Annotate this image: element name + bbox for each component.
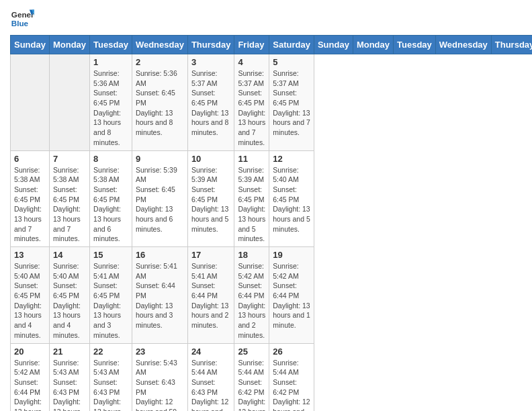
calendar-cell: 14Sunrise: 5:40 AMSunset: 6:45 PMDayligh… bbox=[49, 247, 89, 344]
calendar-week-row: 6Sunrise: 5:38 AMSunset: 6:45 PMDaylight… bbox=[11, 150, 533, 247]
header-friday: Friday bbox=[234, 36, 269, 54]
calendar-cell: 24Sunrise: 5:44 AMSunset: 6:43 PMDayligh… bbox=[187, 343, 234, 411]
calendar-week-row: 20Sunrise: 5:42 AMSunset: 6:44 PMDayligh… bbox=[11, 343, 533, 411]
day-number: 3 bbox=[191, 57, 231, 67]
day-info: Sunrise: 5:39 AMSunset: 6:45 PMDaylight:… bbox=[136, 165, 184, 234]
day-number: 21 bbox=[53, 347, 86, 357]
day-number: 19 bbox=[273, 250, 310, 260]
day-info: Sunrise: 5:36 AMSunset: 6:45 PMDaylight:… bbox=[93, 68, 128, 148]
day-number: 22 bbox=[93, 347, 128, 357]
calendar-cell: 23Sunrise: 5:43 AMSunset: 6:43 PMDayligh… bbox=[132, 343, 187, 411]
calendar-cell: 25Sunrise: 5:44 AMSunset: 6:42 PMDayligh… bbox=[234, 343, 269, 411]
calendar-cell: 21Sunrise: 5:43 AMSunset: 6:43 PMDayligh… bbox=[49, 343, 89, 411]
calendar-cell: 22Sunrise: 5:43 AMSunset: 6:43 PMDayligh… bbox=[90, 343, 132, 411]
day-number: 20 bbox=[14, 347, 46, 357]
day-number: 10 bbox=[191, 154, 231, 164]
calendar-cell: 19Sunrise: 5:42 AMSunset: 6:44 PMDayligh… bbox=[269, 247, 314, 344]
calendar-cell: 5Sunrise: 5:37 AMSunset: 6:45 PMDaylight… bbox=[269, 54, 314, 151]
day-info: Sunrise: 5:43 AMSunset: 6:43 PMDaylight:… bbox=[136, 358, 184, 412]
calendar-cell: 16Sunrise: 5:41 AMSunset: 6:44 PMDayligh… bbox=[132, 247, 187, 344]
day-number: 23 bbox=[136, 347, 184, 357]
day-info: Sunrise: 5:41 AMSunset: 6:44 PMDaylight:… bbox=[191, 261, 231, 330]
header-tuesday: Tuesday bbox=[90, 36, 132, 54]
day-info: Sunrise: 5:39 AMSunset: 6:45 PMDaylight:… bbox=[191, 165, 231, 234]
day-info: Sunrise: 5:40 AMSunset: 6:45 PMDaylight:… bbox=[14, 261, 46, 340]
day-number: 16 bbox=[136, 250, 184, 260]
day-info: Sunrise: 5:37 AMSunset: 6:45 PMDaylight:… bbox=[191, 68, 231, 138]
day-number: 6 bbox=[14, 154, 46, 164]
day-number: 4 bbox=[238, 57, 265, 67]
header-wednesday: Wednesday bbox=[132, 36, 187, 54]
day-info: Sunrise: 5:36 AMSunset: 6:45 PMDaylight:… bbox=[136, 68, 184, 138]
day-number: 17 bbox=[191, 250, 231, 260]
calendar-week-row: 1Sunrise: 5:36 AMSunset: 6:45 PMDaylight… bbox=[11, 54, 533, 151]
day-number: 11 bbox=[238, 154, 265, 164]
day-info: Sunrise: 5:38 AMSunset: 6:45 PMDaylight:… bbox=[53, 165, 86, 244]
header-thursday: Thursday bbox=[491, 36, 532, 54]
calendar-cell: 11Sunrise: 5:39 AMSunset: 6:45 PMDayligh… bbox=[234, 150, 269, 247]
calendar-cell: 2Sunrise: 5:36 AMSunset: 6:45 PMDaylight… bbox=[132, 54, 187, 151]
calendar-cell: 20Sunrise: 5:42 AMSunset: 6:44 PMDayligh… bbox=[11, 343, 50, 411]
calendar-cell: 18Sunrise: 5:42 AMSunset: 6:44 PMDayligh… bbox=[234, 247, 269, 344]
day-info: Sunrise: 5:38 AMSunset: 6:45 PMDaylight:… bbox=[14, 165, 46, 244]
day-number: 24 bbox=[191, 347, 231, 357]
header-sunday: Sunday bbox=[314, 36, 353, 54]
day-info: Sunrise: 5:40 AMSunset: 6:45 PMDaylight:… bbox=[273, 165, 310, 234]
svg-text:Blue: Blue bbox=[11, 19, 29, 28]
day-info: Sunrise: 5:40 AMSunset: 6:45 PMDaylight:… bbox=[53, 261, 86, 340]
day-number: 5 bbox=[273, 57, 310, 67]
day-info: Sunrise: 5:41 AMSunset: 6:45 PMDaylight:… bbox=[93, 261, 128, 340]
header-saturday: Saturday bbox=[269, 36, 314, 54]
calendar-cell: 6Sunrise: 5:38 AMSunset: 6:45 PMDaylight… bbox=[11, 150, 50, 247]
calendar-week-row: 13Sunrise: 5:40 AMSunset: 6:45 PMDayligh… bbox=[11, 247, 533, 344]
calendar-cell: 13Sunrise: 5:40 AMSunset: 6:45 PMDayligh… bbox=[11, 247, 50, 344]
day-info: Sunrise: 5:42 AMSunset: 6:44 PMDaylight:… bbox=[238, 261, 265, 340]
calendar-header-row: SundayMondayTuesdayWednesdayThursdayFrid… bbox=[11, 36, 533, 54]
calendar-cell: 4Sunrise: 5:37 AMSunset: 6:45 PMDaylight… bbox=[234, 54, 269, 151]
calendar-cell: 10Sunrise: 5:39 AMSunset: 6:45 PMDayligh… bbox=[187, 150, 234, 247]
day-info: Sunrise: 5:37 AMSunset: 6:45 PMDaylight:… bbox=[238, 68, 265, 148]
day-info: Sunrise: 5:38 AMSunset: 6:45 PMDaylight:… bbox=[93, 165, 128, 244]
day-number: 25 bbox=[238, 347, 265, 357]
header-monday: Monday bbox=[49, 36, 89, 54]
page-header: General Blue bbox=[10, 7, 522, 31]
calendar-cell: 1Sunrise: 5:36 AMSunset: 6:45 PMDaylight… bbox=[90, 54, 132, 151]
calendar-cell: 7Sunrise: 5:38 AMSunset: 6:45 PMDaylight… bbox=[49, 150, 89, 247]
day-number: 7 bbox=[53, 154, 86, 164]
day-info: Sunrise: 5:44 AMSunset: 6:43 PMDaylight:… bbox=[191, 358, 231, 412]
calendar-cell: 3Sunrise: 5:37 AMSunset: 6:45 PMDaylight… bbox=[187, 54, 234, 151]
calendar-table: SundayMondayTuesdayWednesdayThursdayFrid… bbox=[10, 35, 532, 411]
calendar-cell: 12Sunrise: 5:40 AMSunset: 6:45 PMDayligh… bbox=[269, 150, 314, 247]
day-number: 12 bbox=[273, 154, 310, 164]
day-info: Sunrise: 5:39 AMSunset: 6:45 PMDaylight:… bbox=[238, 165, 265, 244]
header-tuesday: Tuesday bbox=[394, 36, 436, 54]
day-info: Sunrise: 5:42 AMSunset: 6:44 PMDaylight:… bbox=[273, 261, 310, 330]
header-thursday: Thursday bbox=[187, 36, 234, 54]
logo: General Blue bbox=[10, 7, 34, 31]
calendar-cell: 26Sunrise: 5:44 AMSunset: 6:42 PMDayligh… bbox=[269, 343, 314, 411]
calendar-cell: 9Sunrise: 5:39 AMSunset: 6:45 PMDaylight… bbox=[132, 150, 187, 247]
day-number: 1 bbox=[93, 57, 128, 67]
day-number: 14 bbox=[53, 250, 86, 260]
calendar-cell: 15Sunrise: 5:41 AMSunset: 6:45 PMDayligh… bbox=[90, 247, 132, 344]
day-number: 15 bbox=[93, 250, 128, 260]
day-number: 18 bbox=[238, 250, 265, 260]
day-info: Sunrise: 5:41 AMSunset: 6:44 PMDaylight:… bbox=[136, 261, 184, 330]
day-number: 8 bbox=[93, 154, 128, 164]
logo-icon: General Blue bbox=[10, 7, 34, 31]
calendar-cell bbox=[49, 54, 89, 151]
calendar-cell bbox=[11, 54, 50, 151]
day-info: Sunrise: 5:42 AMSunset: 6:44 PMDaylight:… bbox=[14, 358, 46, 412]
header-monday: Monday bbox=[353, 36, 393, 54]
day-info: Sunrise: 5:43 AMSunset: 6:43 PMDaylight:… bbox=[93, 358, 128, 412]
day-info: Sunrise: 5:44 AMSunset: 6:42 PMDaylight:… bbox=[238, 358, 265, 412]
calendar-cell: 8Sunrise: 5:38 AMSunset: 6:45 PMDaylight… bbox=[90, 150, 132, 247]
day-number: 13 bbox=[14, 250, 46, 260]
day-number: 26 bbox=[273, 347, 310, 357]
header-wednesday: Wednesday bbox=[435, 36, 491, 54]
header-sunday: Sunday bbox=[11, 36, 50, 54]
day-info: Sunrise: 5:37 AMSunset: 6:45 PMDaylight:… bbox=[273, 68, 310, 138]
day-info: Sunrise: 5:43 AMSunset: 6:43 PMDaylight:… bbox=[53, 358, 86, 412]
day-number: 9 bbox=[136, 154, 184, 164]
day-number: 2 bbox=[136, 57, 184, 67]
